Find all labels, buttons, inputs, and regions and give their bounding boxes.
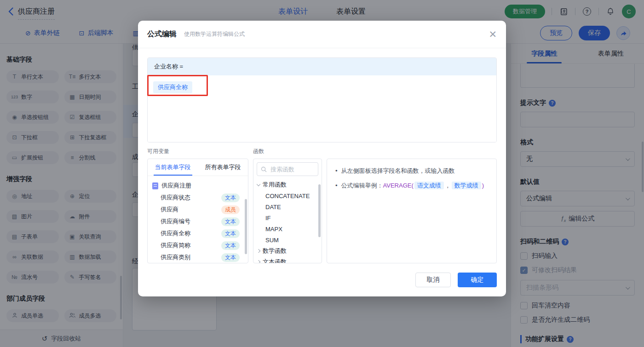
search-icon <box>261 166 267 172</box>
chevron-expanded-icon <box>257 182 260 186</box>
type-badge: 文本 <box>221 241 240 250</box>
functions-panel: 常用函数 CONCATENATE DATE IF MAPX SUM 数学函数 文… <box>253 159 322 263</box>
formula-editor: 企业名称 = 供应商全称 <box>147 57 497 142</box>
chevron-collapsed-icon <box>257 260 260 263</box>
type-badge: 文本 <box>221 217 240 226</box>
variables-scrollbar[interactable] <box>245 199 247 254</box>
example-field-chip: 语文成绩 <box>414 182 444 189</box>
functions-scrollbar[interactable] <box>318 184 321 237</box>
function-item[interactable]: IF <box>253 212 322 223</box>
function-group-common[interactable]: 常用函数 <box>253 179 322 190</box>
variables-tree: 供应商注册 供应商状态 文本 供应商 成员 供应商编号 文本 供应商全称 文本 <box>148 176 248 263</box>
chevron-collapsed-icon <box>257 249 260 253</box>
example-function-name: AVERAGE( <box>383 182 414 189</box>
app-window: 供应商注册 表单设计 表单设置 数据管理 ? C ⊘表单外链 ⊡后端脚本 ▥数据… <box>0 0 644 347</box>
formula-edit-modal: 公式编辑 使用数学运算符编辑公式 ✕ 企业名称 = 供应商全称 可用变量 函数 … <box>138 21 506 296</box>
variable-row[interactable]: 供应商简称 文本 <box>148 239 248 251</box>
function-search-input[interactable] <box>270 165 311 173</box>
tip-line-1: 从左侧面板选择字段名和函数，或输入函数 <box>335 166 488 175</box>
tab-all-form-fields[interactable]: 所有表单字段 <box>198 159 248 176</box>
tree-root-form[interactable]: 供应商注册 <box>148 180 248 192</box>
type-badge: 成员 <box>221 205 240 214</box>
form-doc-icon <box>152 182 158 189</box>
variable-row[interactable]: 供应商状态 文本 <box>148 192 248 204</box>
function-item[interactable]: SUM <box>253 234 322 245</box>
formula-field-chip[interactable]: 供应商全称 <box>153 81 192 93</box>
example-field-chip: 数学成绩 <box>452 182 481 189</box>
variable-row[interactable]: 供应商 成员 <box>148 204 248 216</box>
formula-help-panel: 从左侧面板选择字段名和函数，或输入函数 公式编辑举例：AVERAGE(语文成绩，… <box>327 159 497 263</box>
formula-target-bar: 企业名称 = <box>148 58 496 75</box>
close-icon[interactable]: ✕ <box>489 29 497 39</box>
tip-line-2: 公式编辑举例：AVERAGE(语文成绩，数学成绩) <box>335 181 488 190</box>
type-badge: 文本 <box>221 193 240 202</box>
function-item[interactable]: DATE <box>253 201 322 212</box>
variables-panel: 当前表单字段 所有表单字段 供应商注册 供应商状态 文本 供应商 成员 供应商编… <box>147 159 248 263</box>
variables-tabs: 当前表单字段 所有表单字段 <box>148 159 248 176</box>
tab-current-form-fields[interactable]: 当前表单字段 <box>148 159 198 176</box>
modal-title: 公式编辑 <box>147 29 177 39</box>
function-group-math[interactable]: 数学函数 <box>253 245 322 256</box>
function-item[interactable]: MAPX <box>253 223 322 234</box>
variables-label: 可用变量 <box>147 148 169 155</box>
variable-row[interactable]: 供应商编号 文本 <box>148 216 248 228</box>
function-group-text[interactable]: 文本函数 <box>253 256 322 263</box>
variable-row[interactable]: 供应商类别 文本 <box>148 251 248 263</box>
function-search[interactable] <box>257 162 318 176</box>
modal-subtitle: 使用数学运算符编辑公式 <box>184 30 245 38</box>
modal-header: 公式编辑 使用数学运算符编辑公式 ✕ <box>138 21 506 48</box>
function-item[interactable]: CONCATENATE <box>253 190 322 201</box>
functions-label: 函数 <box>253 148 264 155</box>
formula-input-area[interactable]: 供应商全称 <box>148 75 496 142</box>
type-badge: 文本 <box>221 253 240 262</box>
cancel-button[interactable]: 取消 <box>415 273 451 287</box>
variable-row[interactable]: 供应商全称 文本 <box>148 228 248 239</box>
type-badge: 文本 <box>221 229 240 238</box>
confirm-button[interactable]: 确定 <box>458 273 497 287</box>
